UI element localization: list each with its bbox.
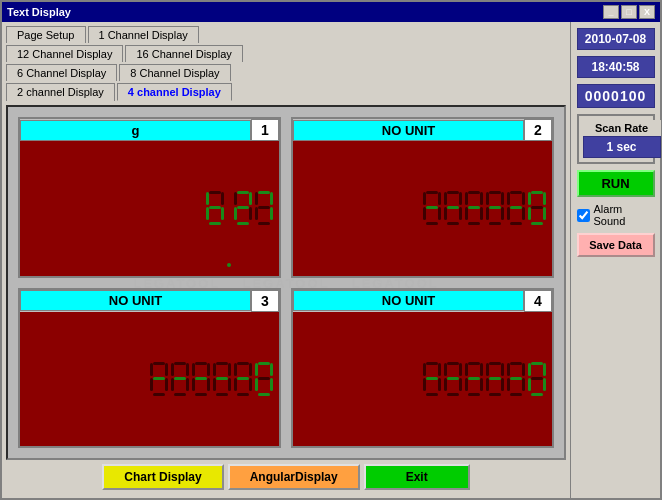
ch2-d5 bbox=[507, 191, 525, 225]
scan-rate-value: 1 sec bbox=[583, 136, 661, 158]
ch3-d4 bbox=[213, 362, 231, 396]
bottom-bar: Chart Display AngularDisplay Exit bbox=[6, 460, 566, 494]
tab-row-3: 6 Channel Display 8 Channel Display bbox=[6, 64, 566, 81]
channel-box-1: g 1 bbox=[18, 117, 281, 278]
ch4-d0 bbox=[528, 362, 546, 396]
date-display: 2010-07-08 bbox=[577, 28, 655, 50]
tab-row-1: Page Setup 1 Channel Display bbox=[6, 26, 566, 43]
ch2-d4 bbox=[486, 191, 504, 225]
ch2-d0 bbox=[528, 191, 546, 225]
counter-display: 0000100 bbox=[577, 84, 655, 108]
run-button[interactable]: RUN bbox=[577, 170, 655, 197]
digit-7 bbox=[255, 191, 273, 225]
ch4-d3 bbox=[465, 362, 483, 396]
ch3-d0 bbox=[255, 362, 273, 396]
channel-3-number: 3 bbox=[251, 290, 279, 312]
ch4-d4 bbox=[486, 362, 504, 396]
channel-4-header: NO UNIT 4 bbox=[293, 290, 552, 312]
channel-2-lcd bbox=[293, 141, 552, 276]
left-panel: Page Setup 1 Channel Display 12 Channel … bbox=[2, 22, 570, 498]
tab-2-channel[interactable]: 2 channel Display bbox=[6, 83, 115, 101]
channel-3-header: NO UNIT 3 bbox=[20, 290, 279, 312]
tab-4-channel[interactable]: 4 channel Display bbox=[117, 83, 232, 101]
right-panel: 2010-07-08 18:40:58 0000100 Scan Rate 1 … bbox=[570, 22, 660, 498]
window-title: Text Display bbox=[7, 6, 71, 18]
scan-rate-label: Scan Rate bbox=[583, 120, 661, 136]
tab-row-4: 2 channel Display 4 channel Display bbox=[6, 83, 566, 101]
tab-16-channel[interactable]: 16 Channel Display bbox=[125, 45, 242, 62]
channel-box-4: NO UNIT 4 bbox=[291, 288, 554, 449]
channel-box-3: NO UNIT 3 bbox=[18, 288, 281, 449]
main-window: Text Display _ □ X Page Setup 1 Channel … bbox=[0, 0, 662, 500]
tab-12-channel[interactable]: 12 Channel Display bbox=[6, 45, 123, 62]
channel-3-unit: NO UNIT bbox=[20, 290, 251, 311]
minimize-button[interactable]: _ bbox=[603, 5, 619, 19]
alarm-sound-checkbox[interactable] bbox=[577, 209, 590, 222]
channel-4-lcd bbox=[293, 312, 552, 447]
tabs-container: Page Setup 1 Channel Display 12 Channel … bbox=[6, 26, 566, 103]
digit-2 bbox=[234, 191, 252, 225]
close-button[interactable]: X bbox=[639, 5, 655, 19]
maximize-button[interactable]: □ bbox=[621, 5, 637, 19]
ch4-d2 bbox=[444, 362, 462, 396]
ch3-d3 bbox=[192, 362, 210, 396]
channel-4-number: 4 bbox=[524, 290, 552, 312]
tab-1-channel[interactable]: 1 Channel Display bbox=[88, 26, 199, 43]
channel-3-lcd bbox=[20, 312, 279, 447]
main-content: Page Setup 1 Channel Display 12 Channel … bbox=[2, 22, 660, 498]
channel-1-number: 1 bbox=[251, 119, 279, 141]
channel-1-header: g 1 bbox=[20, 119, 279, 141]
alarm-sound-container: Alarm Sound bbox=[577, 203, 655, 227]
exit-button[interactable]: Exit bbox=[364, 464, 470, 490]
ch2-d3 bbox=[465, 191, 483, 225]
alarm-sound-label: Alarm Sound bbox=[594, 203, 655, 227]
ch3-d1 bbox=[150, 362, 168, 396]
tab-page-setup[interactable]: Page Setup bbox=[6, 26, 86, 43]
angular-display-button[interactable]: AngularDisplay bbox=[228, 464, 360, 490]
tab-6-channel[interactable]: 6 Channel Display bbox=[6, 64, 117, 81]
channel-box-2: NO UNIT 2 bbox=[291, 117, 554, 278]
digit-6 bbox=[206, 191, 224, 225]
ch2-d1 bbox=[423, 191, 441, 225]
channel-2-number: 2 bbox=[524, 119, 552, 141]
save-data-button[interactable]: Save Data bbox=[577, 233, 655, 257]
title-bar: Text Display _ □ X bbox=[2, 2, 660, 22]
channel-4-unit: NO UNIT bbox=[293, 290, 524, 311]
ch3-d5 bbox=[234, 362, 252, 396]
ch4-d1 bbox=[423, 362, 441, 396]
display-area: LEGATOOL LEGATOOL LEGATOOL g 1 bbox=[6, 105, 566, 460]
tab-row-2: 12 Channel Display 16 Channel Display bbox=[6, 45, 566, 62]
channel-1-lcd bbox=[20, 141, 279, 276]
title-bar-buttons: _ □ X bbox=[603, 5, 655, 19]
scan-rate-box: Scan Rate 1 sec bbox=[577, 114, 655, 164]
channel-1-unit: g bbox=[20, 120, 251, 141]
tab-8-channel[interactable]: 8 Channel Display bbox=[119, 64, 230, 81]
ch3-d2 bbox=[171, 362, 189, 396]
channel-2-header: NO UNIT 2 bbox=[293, 119, 552, 141]
chart-display-button[interactable]: Chart Display bbox=[102, 464, 223, 490]
channel-2-unit: NO UNIT bbox=[293, 120, 524, 141]
time-display: 18:40:58 bbox=[577, 56, 655, 78]
ch4-d5 bbox=[507, 362, 525, 396]
decimal-point bbox=[227, 263, 231, 267]
ch2-d2 bbox=[444, 191, 462, 225]
